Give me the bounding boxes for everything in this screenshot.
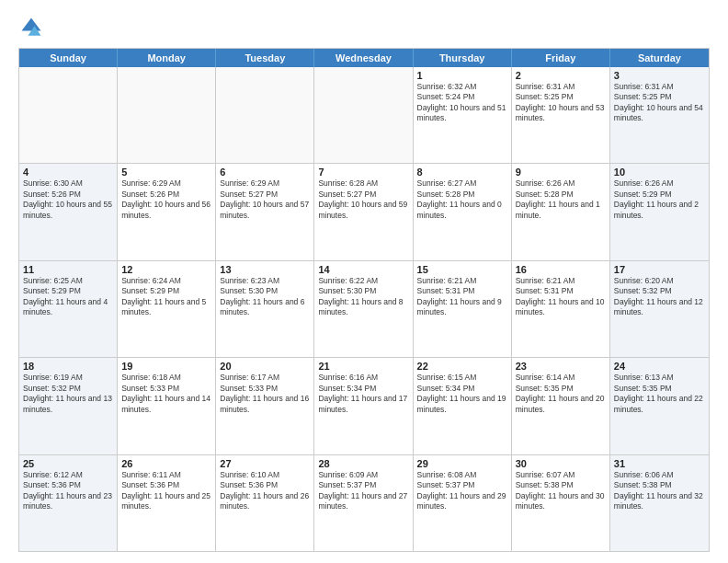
day-info: Sunrise: 6:32 AM Sunset: 5:24 PM Dayligh… — [417, 82, 507, 124]
calendar-week-2: 4Sunrise: 6:30 AM Sunset: 5:26 PM Daylig… — [19, 164, 709, 260]
calendar-cell: 11Sunrise: 6:25 AM Sunset: 5:29 PM Dayli… — [19, 261, 118, 357]
calendar-cell: 19Sunrise: 6:18 AM Sunset: 5:33 PM Dayli… — [118, 358, 216, 454]
calendar-week-5: 25Sunrise: 6:12 AM Sunset: 5:36 PM Dayli… — [19, 455, 709, 551]
calendar-cell: 14Sunrise: 6:22 AM Sunset: 5:30 PM Dayli… — [314, 261, 413, 357]
day-number: 17 — [614, 264, 705, 275]
calendar-cell: 27Sunrise: 6:10 AM Sunset: 5:36 PM Dayli… — [216, 455, 314, 551]
day-number: 27 — [220, 458, 310, 469]
calendar-cell: 13Sunrise: 6:23 AM Sunset: 5:30 PM Dayli… — [216, 261, 314, 357]
calendar-cell: 17Sunrise: 6:20 AM Sunset: 5:32 PM Dayli… — [610, 261, 709, 357]
day-number: 2 — [516, 70, 606, 81]
calendar-week-3: 11Sunrise: 6:25 AM Sunset: 5:29 PM Dayli… — [19, 261, 709, 358]
calendar-cell: 7Sunrise: 6:28 AM Sunset: 5:27 PM Daylig… — [314, 164, 413, 259]
day-info: Sunrise: 6:17 AM Sunset: 5:33 PM Dayligh… — [220, 373, 310, 415]
day-info: Sunrise: 6:31 AM Sunset: 5:25 PM Dayligh… — [614, 82, 705, 124]
header — [18, 15, 710, 40]
logo — [18, 15, 48, 40]
day-info: Sunrise: 6:13 AM Sunset: 5:35 PM Dayligh… — [614, 373, 705, 415]
calendar-cell: 5Sunrise: 6:29 AM Sunset: 5:26 PM Daylig… — [118, 164, 216, 259]
day-info: Sunrise: 6:10 AM Sunset: 5:36 PM Dayligh… — [220, 470, 310, 512]
day-number: 3 — [614, 70, 705, 81]
day-info: Sunrise: 6:08 AM Sunset: 5:37 PM Dayligh… — [417, 470, 507, 512]
day-info: Sunrise: 6:26 AM Sunset: 5:29 PM Dayligh… — [614, 178, 705, 221]
day-info: Sunrise: 6:15 AM Sunset: 5:34 PM Dayligh… — [417, 373, 507, 415]
day-info: Sunrise: 6:11 AM Sunset: 5:36 PM Dayligh… — [121, 470, 211, 512]
day-number: 16 — [516, 264, 606, 275]
day-info: Sunrise: 6:22 AM Sunset: 5:30 PM Dayligh… — [318, 276, 408, 318]
day-number: 23 — [516, 361, 606, 372]
day-number: 21 — [318, 361, 408, 372]
calendar-cell: 25Sunrise: 6:12 AM Sunset: 5:36 PM Dayli… — [19, 455, 118, 551]
day-number: 13 — [220, 264, 310, 275]
svg-marker-0 — [22, 18, 41, 31]
calendar-week-4: 18Sunrise: 6:19 AM Sunset: 5:32 PM Dayli… — [19, 358, 709, 454]
calendar-cell: 12Sunrise: 6:24 AM Sunset: 5:29 PM Dayli… — [118, 261, 216, 357]
calendar-cell: 28Sunrise: 6:09 AM Sunset: 5:37 PM Dayli… — [314, 455, 413, 551]
day-number: 30 — [516, 458, 606, 469]
day-info: Sunrise: 6:28 AM Sunset: 5:27 PM Dayligh… — [318, 178, 408, 221]
calendar-cell: 26Sunrise: 6:11 AM Sunset: 5:36 PM Dayli… — [118, 455, 216, 551]
day-number: 19 — [121, 361, 211, 372]
day-info: Sunrise: 6:26 AM Sunset: 5:28 PM Dayligh… — [516, 178, 606, 221]
calendar-cell: 21Sunrise: 6:16 AM Sunset: 5:34 PM Dayli… — [314, 358, 413, 454]
calendar-cell — [118, 67, 216, 163]
calendar-cell: 24Sunrise: 6:13 AM Sunset: 5:35 PM Dayli… — [610, 358, 709, 454]
day-number: 31 — [614, 458, 705, 469]
header-saturday: Saturday — [610, 49, 709, 67]
day-number: 15 — [417, 264, 507, 275]
calendar-cell: 3Sunrise: 6:31 AM Sunset: 5:25 PM Daylig… — [610, 67, 709, 163]
day-info: Sunrise: 6:21 AM Sunset: 5:31 PM Dayligh… — [417, 276, 507, 318]
day-info: Sunrise: 6:20 AM Sunset: 5:32 PM Dayligh… — [614, 276, 705, 318]
day-info: Sunrise: 6:18 AM Sunset: 5:33 PM Dayligh… — [121, 373, 211, 415]
calendar-cell: 31Sunrise: 6:06 AM Sunset: 5:38 PM Dayli… — [610, 455, 709, 551]
calendar-cell: 8Sunrise: 6:27 AM Sunset: 5:28 PM Daylig… — [414, 164, 512, 259]
day-info: Sunrise: 6:27 AM Sunset: 5:28 PM Dayligh… — [417, 178, 507, 221]
day-number: 11 — [23, 264, 113, 275]
day-info: Sunrise: 6:19 AM Sunset: 5:32 PM Dayligh… — [23, 373, 113, 415]
header-tuesday: Tuesday — [216, 49, 314, 67]
day-info: Sunrise: 6:12 AM Sunset: 5:36 PM Dayligh… — [23, 470, 113, 512]
header-wednesday: Wednesday — [314, 49, 413, 67]
day-number: 25 — [23, 458, 113, 469]
day-info: Sunrise: 6:25 AM Sunset: 5:29 PM Dayligh… — [23, 276, 113, 318]
day-number: 10 — [614, 167, 705, 178]
day-info: Sunrise: 6:23 AM Sunset: 5:30 PM Dayligh… — [220, 276, 310, 318]
day-number: 14 — [318, 264, 408, 275]
calendar-cell: 18Sunrise: 6:19 AM Sunset: 5:32 PM Dayli… — [19, 358, 118, 454]
day-number: 26 — [121, 458, 211, 469]
calendar-cell: 4Sunrise: 6:30 AM Sunset: 5:26 PM Daylig… — [19, 164, 118, 259]
calendar-cell: 22Sunrise: 6:15 AM Sunset: 5:34 PM Dayli… — [414, 358, 512, 454]
calendar-header-row: Sunday Monday Tuesday Wednesday Thursday… — [19, 49, 709, 67]
day-info: Sunrise: 6:21 AM Sunset: 5:31 PM Dayligh… — [516, 276, 606, 318]
header-thursday: Thursday — [414, 49, 512, 67]
day-info: Sunrise: 6:29 AM Sunset: 5:27 PM Dayligh… — [220, 178, 310, 221]
day-info: Sunrise: 6:14 AM Sunset: 5:35 PM Dayligh… — [516, 373, 606, 415]
day-number: 24 — [614, 361, 705, 372]
day-number: 8 — [417, 167, 507, 178]
day-info: Sunrise: 6:24 AM Sunset: 5:29 PM Dayligh… — [121, 276, 211, 318]
day-number: 5 — [121, 167, 211, 178]
calendar-cell: 16Sunrise: 6:21 AM Sunset: 5:31 PM Dayli… — [512, 261, 610, 357]
calendar-cell: 9Sunrise: 6:26 AM Sunset: 5:28 PM Daylig… — [512, 164, 610, 259]
calendar-cell — [314, 67, 413, 163]
calendar-cell — [216, 67, 314, 163]
day-number: 29 — [417, 458, 507, 469]
page: Sunday Monday Tuesday Wednesday Thursday… — [0, 0, 728, 563]
logo-icon — [18, 15, 44, 40]
calendar-cell — [19, 67, 118, 163]
calendar-cell: 1Sunrise: 6:32 AM Sunset: 5:24 PM Daylig… — [414, 67, 512, 163]
day-number: 4 — [23, 167, 113, 178]
calendar-cell: 6Sunrise: 6:29 AM Sunset: 5:27 PM Daylig… — [216, 164, 314, 259]
calendar-cell: 15Sunrise: 6:21 AM Sunset: 5:31 PM Dayli… — [414, 261, 512, 357]
calendar-cell: 30Sunrise: 6:07 AM Sunset: 5:38 PM Dayli… — [512, 455, 610, 551]
day-info: Sunrise: 6:09 AM Sunset: 5:37 PM Dayligh… — [318, 470, 408, 512]
day-number: 18 — [23, 361, 113, 372]
day-number: 6 — [220, 167, 310, 178]
calendar-cell: 23Sunrise: 6:14 AM Sunset: 5:35 PM Dayli… — [512, 358, 610, 454]
calendar: Sunday Monday Tuesday Wednesday Thursday… — [18, 48, 710, 552]
header-friday: Friday — [512, 49, 610, 67]
day-number: 7 — [318, 167, 408, 178]
day-number: 20 — [220, 361, 310, 372]
day-info: Sunrise: 6:16 AM Sunset: 5:34 PM Dayligh… — [318, 373, 408, 415]
calendar-body: 1Sunrise: 6:32 AM Sunset: 5:24 PM Daylig… — [19, 67, 709, 551]
